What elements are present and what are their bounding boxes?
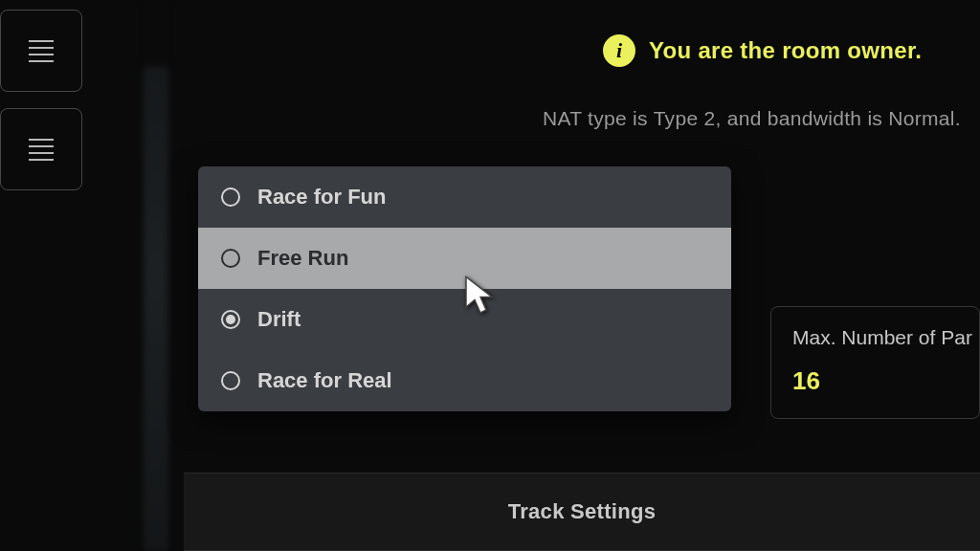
menu-icon — [29, 40, 54, 62]
info-icon: i — [603, 34, 635, 67]
room-mode-dropdown[interactable]: Race for Fun Free Run Drift Race for Rea… — [198, 166, 731, 411]
mode-option-race-for-fun[interactable]: Race for Fun — [198, 166, 731, 228]
room-owner-banner: i You are the room owner. — [603, 34, 922, 67]
track-settings-bar[interactable]: Track Settings — [184, 473, 980, 551]
track-settings-title: Track Settings — [508, 499, 657, 524]
sidebar-card-2[interactable] — [0, 108, 82, 190]
mode-option-race-for-real[interactable]: Race for Real — [198, 350, 731, 411]
radio-icon — [221, 249, 240, 268]
max-participants-card[interactable]: Max. Number of Par 16 — [770, 306, 980, 419]
track-thumbnail-strip — [144, 0, 168, 551]
nat-status-text: NAT type is Type 2, and bandwidth is Nor… — [543, 107, 961, 130]
mode-option-label: Free Run — [257, 246, 348, 271]
sidebar-card-1[interactable] — [0, 10, 82, 92]
mode-option-free-run[interactable]: Free Run — [198, 228, 731, 289]
max-participants-label: Max. Number of Par — [792, 326, 958, 349]
radio-icon — [221, 187, 240, 207]
mode-option-label: Race for Real — [257, 368, 392, 393]
menu-icon — [29, 139, 54, 161]
radio-icon — [221, 371, 240, 390]
radio-selected-icon — [221, 310, 240, 329]
mode-option-label: Race for Fun — [257, 185, 386, 209]
max-participants-value: 16 — [792, 366, 958, 396]
room-owner-message: You are the room owner. — [649, 37, 922, 64]
mode-option-drift[interactable]: Drift — [198, 289, 731, 350]
mode-option-label: Drift — [257, 307, 301, 332]
